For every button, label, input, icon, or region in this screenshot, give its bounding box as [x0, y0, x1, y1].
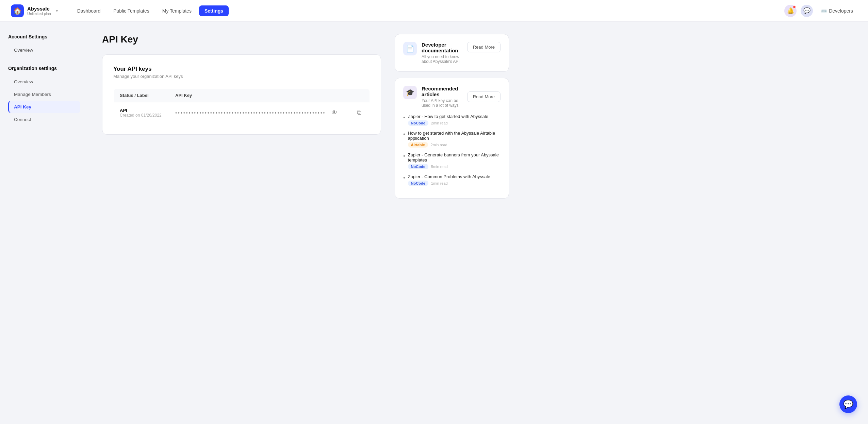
org-settings-title: Organization settings [8, 66, 80, 71]
right-panel: 📄 Developer documentation All you need t… [395, 22, 517, 424]
brand-icon: 🏠 [11, 4, 24, 17]
articles-text: Recommended articles Your API key can be… [422, 86, 467, 108]
sidebar-item-org-overview[interactable]: Overview [8, 76, 80, 88]
article-content: Zapier - Common Problems with Abyssale N… [408, 174, 490, 186]
article-tags: Airtable 2min read [408, 142, 501, 148]
api-label: API [120, 108, 163, 113]
article-tags: NoCode 1min read [408, 181, 490, 186]
article-title: Zapier - Common Problems with Abyssale [408, 174, 490, 179]
sidebar: Account Settings Overview Organization s… [0, 22, 88, 424]
table-row: API Created on 01/26/2022 ••••••••••••••… [114, 102, 370, 123]
api-action-cell: ⧉ [349, 102, 370, 123]
dev-docs-header: 📄 Developer documentation All you need t… [403, 42, 501, 64]
dev-docs-icon: 📄 [406, 45, 414, 53]
articles-icon: 🎓 [406, 88, 414, 97]
bullet-icon: • [403, 175, 405, 181]
notification-badge [793, 5, 796, 9]
account-settings-title: Account Settings [8, 34, 80, 39]
api-keys-card: Your API keys Manage your organization A… [102, 54, 381, 135]
dev-docs-card: 📄 Developer documentation All you need t… [395, 34, 509, 72]
list-item: • How to get started with the Abyssale A… [403, 131, 501, 148]
articles-header-row: 🎓 Recommended articles Your API key can … [403, 86, 501, 108]
sidebar-item-connect[interactable]: Connect [8, 114, 80, 125]
article-read-time: 5min read [431, 165, 448, 169]
article-content: Zapier - How to get started with Abyssal… [408, 114, 488, 126]
article-tags: NoCode 5min read [408, 164, 501, 169]
list-item: • Zapier - Generate banners from your Ab… [403, 152, 501, 169]
tag-nocode: NoCode [408, 181, 428, 186]
brand-name: Abyssale [27, 6, 51, 12]
brand-plan: Unlimited plan [27, 12, 51, 16]
articles-icon-wrap: 🎓 [403, 86, 417, 99]
api-key-cell: ••••••••••••••••••••••••••••••••••••••••… [169, 102, 349, 123]
brand-info: Abyssale Unlimited plan [27, 6, 51, 16]
api-card-subtitle: Manage your organization API keys [113, 74, 370, 79]
article-title: Zapier - Generate banners from your Abys… [408, 152, 501, 163]
dev-docs-read-more-button[interactable]: Read More [467, 42, 501, 52]
chat-fab-button[interactable]: 💬 [839, 395, 857, 413]
col-status-label: Status / Label [114, 89, 169, 102]
developers-link[interactable]: ⌨️ Developers [817, 5, 857, 16]
nav-settings[interactable]: Settings [199, 5, 229, 16]
main-layout: Account Settings Overview Organization s… [0, 22, 868, 424]
article-content: How to get started with the Abyssale Air… [408, 131, 501, 148]
api-label-cell: API Created on 01/26/2022 [114, 102, 169, 123]
chat-topbar-button[interactable]: 💬 [801, 5, 813, 17]
chat-fab-icon: 💬 [843, 400, 853, 409]
notification-button[interactable]: 🔔 [784, 5, 797, 17]
list-item: • Zapier - How to get started with Abyss… [403, 114, 501, 126]
sidebar-item-account-overview[interactable]: Overview [8, 44, 80, 56]
bullet-icon: • [403, 131, 405, 137]
bullet-icon: • [403, 115, 405, 121]
tag-airtable: Airtable [408, 142, 428, 148]
chevron-down-icon: ▾ [56, 8, 58, 13]
api-card-title: Your API keys [113, 66, 370, 72]
articles-card: 🎓 Recommended articles Your API key can … [395, 78, 509, 199]
nav-public-templates[interactable]: Public Templates [108, 5, 155, 16]
articles-desc: Your API key can be used in a lot of way… [422, 98, 467, 108]
terminal-icon: ⌨️ [821, 8, 827, 14]
articles-header-left: 🎓 Recommended articles Your API key can … [403, 86, 467, 108]
col-api-key: API Key [169, 89, 349, 102]
nav-my-templates[interactable]: My Templates [157, 5, 197, 16]
dev-docs-text: Developer documentation All you need to … [422, 42, 462, 64]
article-title: Zapier - How to get started with Abyssal… [408, 114, 488, 119]
topbar-right: 🔔 💬 ⌨️ Developers [784, 5, 857, 17]
topbar: 🏠 Abyssale Unlimited plan ▾ Dashboard Pu… [0, 0, 868, 22]
article-read-time: 2min read [431, 143, 447, 147]
api-key-dots: ••••••••••••••••••••••••••••••••••••••••… [175, 110, 326, 116]
articles-read-more-button[interactable]: Read More [467, 91, 501, 102]
toggle-visibility-button[interactable]: 👁 [330, 108, 339, 118]
developers-label: Developers [829, 8, 853, 14]
articles-list: • Zapier - How to get started with Abyss… [403, 114, 501, 186]
bell-icon: 🔔 [787, 7, 794, 14]
api-key-row: ••••••••••••••••••••••••••••••••••••••••… [175, 108, 343, 118]
col-actions [349, 89, 370, 102]
brand[interactable]: 🏠 Abyssale Unlimited plan ▾ [11, 4, 58, 17]
list-item: • Zapier - Common Problems with Abyssale… [403, 174, 501, 186]
dev-docs-icon-wrap: 📄 [403, 42, 417, 55]
topbar-nav: Dashboard Public Templates My Templates … [72, 5, 784, 16]
article-title: How to get started with the Abyssale Air… [408, 131, 501, 141]
tag-nocode: NoCode [408, 164, 428, 169]
dev-docs-desc: All you need to know about Abyssale's AP… [422, 54, 462, 64]
articles-title: Recommended articles [422, 86, 467, 97]
copy-key-button[interactable]: ⧉ [356, 108, 363, 118]
dev-docs-title: Developer documentation [422, 42, 462, 53]
article-read-time: 1min read [431, 181, 448, 185]
sidebar-item-manage-members[interactable]: Manage Members [8, 88, 80, 100]
page-title: API Key [102, 34, 381, 45]
api-table: Status / Label API Key API Created on 01… [113, 88, 370, 123]
api-created-date: Created on 01/26/2022 [120, 113, 163, 118]
bullet-icon: • [403, 153, 405, 159]
article-read-time: 2min read [431, 121, 448, 125]
article-tags: NoCode 2min read [408, 120, 488, 126]
sidebar-item-api-key[interactable]: API Key [8, 101, 80, 113]
tag-nocode: NoCode [408, 120, 428, 126]
message-icon: 💬 [803, 7, 810, 14]
article-content: Zapier - Generate banners from your Abys… [408, 152, 501, 169]
nav-dashboard[interactable]: Dashboard [72, 5, 106, 16]
main-content: API Key Your API keys Manage your organi… [88, 22, 395, 424]
